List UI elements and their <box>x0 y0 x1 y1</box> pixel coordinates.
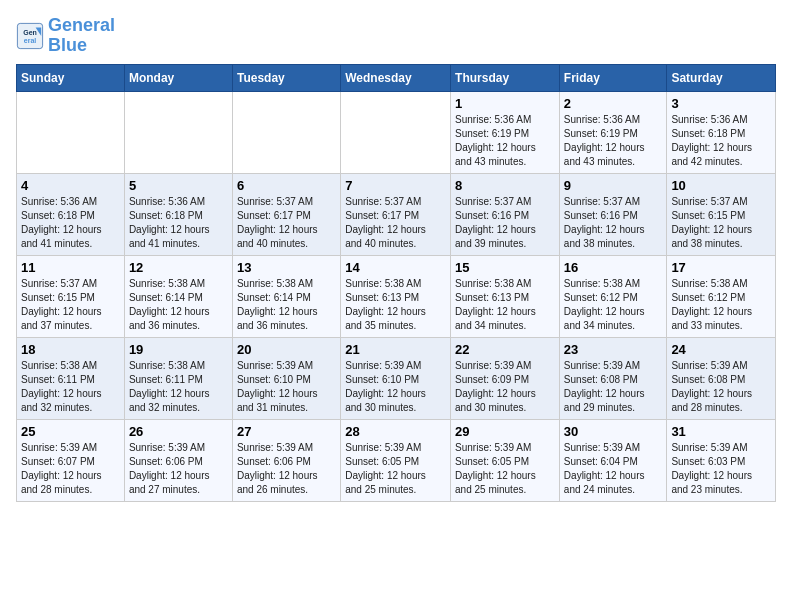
calendar-cell: 31Sunrise: 5:39 AM Sunset: 6:03 PM Dayli… <box>667 419 776 501</box>
svg-rect-0 <box>17 23 42 48</box>
calendar-cell: 24Sunrise: 5:39 AM Sunset: 6:08 PM Dayli… <box>667 337 776 419</box>
calendar-cell: 28Sunrise: 5:39 AM Sunset: 6:05 PM Dayli… <box>341 419 451 501</box>
day-number: 19 <box>129 342 228 357</box>
calendar-cell: 22Sunrise: 5:39 AM Sunset: 6:09 PM Dayli… <box>451 337 560 419</box>
logo: Gen eral General Blue <box>16 16 115 56</box>
calendar-cell: 4Sunrise: 5:36 AM Sunset: 6:18 PM Daylig… <box>17 173 125 255</box>
day-info: Sunrise: 5:37 AM Sunset: 6:16 PM Dayligh… <box>455 195 555 251</box>
calendar-cell: 23Sunrise: 5:39 AM Sunset: 6:08 PM Dayli… <box>559 337 667 419</box>
calendar-cell: 2Sunrise: 5:36 AM Sunset: 6:19 PM Daylig… <box>559 91 667 173</box>
day-info: Sunrise: 5:39 AM Sunset: 6:09 PM Dayligh… <box>455 359 555 415</box>
day-number: 14 <box>345 260 446 275</box>
week-row-5: 25Sunrise: 5:39 AM Sunset: 6:07 PM Dayli… <box>17 419 776 501</box>
calendar-cell: 1Sunrise: 5:36 AM Sunset: 6:19 PM Daylig… <box>451 91 560 173</box>
day-info: Sunrise: 5:38 AM Sunset: 6:14 PM Dayligh… <box>129 277 228 333</box>
calendar-cell: 19Sunrise: 5:38 AM Sunset: 6:11 PM Dayli… <box>124 337 232 419</box>
day-info: Sunrise: 5:39 AM Sunset: 6:07 PM Dayligh… <box>21 441 120 497</box>
day-number: 24 <box>671 342 771 357</box>
calendar-cell: 8Sunrise: 5:37 AM Sunset: 6:16 PM Daylig… <box>451 173 560 255</box>
day-number: 31 <box>671 424 771 439</box>
day-info: Sunrise: 5:38 AM Sunset: 6:12 PM Dayligh… <box>671 277 771 333</box>
calendar-cell: 12Sunrise: 5:38 AM Sunset: 6:14 PM Dayli… <box>124 255 232 337</box>
calendar-cell <box>124 91 232 173</box>
day-info: Sunrise: 5:39 AM Sunset: 6:10 PM Dayligh… <box>345 359 446 415</box>
calendar-cell: 14Sunrise: 5:38 AM Sunset: 6:13 PM Dayli… <box>341 255 451 337</box>
day-number: 17 <box>671 260 771 275</box>
day-info: Sunrise: 5:36 AM Sunset: 6:19 PM Dayligh… <box>564 113 663 169</box>
calendar-cell: 25Sunrise: 5:39 AM Sunset: 6:07 PM Dayli… <box>17 419 125 501</box>
calendar-cell: 15Sunrise: 5:38 AM Sunset: 6:13 PM Dayli… <box>451 255 560 337</box>
day-number: 28 <box>345 424 446 439</box>
column-header-wednesday: Wednesday <box>341 64 451 91</box>
day-number: 13 <box>237 260 336 275</box>
calendar-cell: 3Sunrise: 5:36 AM Sunset: 6:18 PM Daylig… <box>667 91 776 173</box>
day-info: Sunrise: 5:38 AM Sunset: 6:14 PM Dayligh… <box>237 277 336 333</box>
day-number: 25 <box>21 424 120 439</box>
day-info: Sunrise: 5:38 AM Sunset: 6:12 PM Dayligh… <box>564 277 663 333</box>
day-number: 18 <box>21 342 120 357</box>
day-info: Sunrise: 5:37 AM Sunset: 6:17 PM Dayligh… <box>237 195 336 251</box>
calendar-cell <box>17 91 125 173</box>
calendar-cell: 7Sunrise: 5:37 AM Sunset: 6:17 PM Daylig… <box>341 173 451 255</box>
day-number: 8 <box>455 178 555 193</box>
day-number: 27 <box>237 424 336 439</box>
day-number: 30 <box>564 424 663 439</box>
week-row-2: 4Sunrise: 5:36 AM Sunset: 6:18 PM Daylig… <box>17 173 776 255</box>
column-header-monday: Monday <box>124 64 232 91</box>
week-row-1: 1Sunrise: 5:36 AM Sunset: 6:19 PM Daylig… <box>17 91 776 173</box>
day-info: Sunrise: 5:39 AM Sunset: 6:06 PM Dayligh… <box>237 441 336 497</box>
day-info: Sunrise: 5:39 AM Sunset: 6:08 PM Dayligh… <box>564 359 663 415</box>
day-info: Sunrise: 5:38 AM Sunset: 6:13 PM Dayligh… <box>455 277 555 333</box>
column-header-saturday: Saturday <box>667 64 776 91</box>
column-header-sunday: Sunday <box>17 64 125 91</box>
day-info: Sunrise: 5:37 AM Sunset: 6:15 PM Dayligh… <box>21 277 120 333</box>
day-number: 3 <box>671 96 771 111</box>
day-info: Sunrise: 5:39 AM Sunset: 6:06 PM Dayligh… <box>129 441 228 497</box>
day-number: 12 <box>129 260 228 275</box>
day-number: 7 <box>345 178 446 193</box>
logo-text: General Blue <box>48 16 115 56</box>
week-row-3: 11Sunrise: 5:37 AM Sunset: 6:15 PM Dayli… <box>17 255 776 337</box>
calendar-cell: 9Sunrise: 5:37 AM Sunset: 6:16 PM Daylig… <box>559 173 667 255</box>
day-number: 6 <box>237 178 336 193</box>
calendar-cell <box>341 91 451 173</box>
day-number: 5 <box>129 178 228 193</box>
day-number: 1 <box>455 96 555 111</box>
day-info: Sunrise: 5:37 AM Sunset: 6:17 PM Dayligh… <box>345 195 446 251</box>
calendar-table: SundayMondayTuesdayWednesdayThursdayFrid… <box>16 64 776 502</box>
logo-icon: Gen eral <box>16 22 44 50</box>
calendar-cell: 29Sunrise: 5:39 AM Sunset: 6:05 PM Dayli… <box>451 419 560 501</box>
calendar-cell <box>232 91 340 173</box>
day-info: Sunrise: 5:36 AM Sunset: 6:18 PM Dayligh… <box>21 195 120 251</box>
day-info: Sunrise: 5:36 AM Sunset: 6:18 PM Dayligh… <box>129 195 228 251</box>
day-number: 11 <box>21 260 120 275</box>
day-number: 2 <box>564 96 663 111</box>
day-number: 10 <box>671 178 771 193</box>
calendar-cell: 6Sunrise: 5:37 AM Sunset: 6:17 PM Daylig… <box>232 173 340 255</box>
day-number: 9 <box>564 178 663 193</box>
header: Gen eral General Blue <box>16 16 776 56</box>
day-info: Sunrise: 5:38 AM Sunset: 6:11 PM Dayligh… <box>21 359 120 415</box>
calendar-cell: 27Sunrise: 5:39 AM Sunset: 6:06 PM Dayli… <box>232 419 340 501</box>
column-header-thursday: Thursday <box>451 64 560 91</box>
svg-text:Gen: Gen <box>23 28 37 35</box>
day-info: Sunrise: 5:39 AM Sunset: 6:10 PM Dayligh… <box>237 359 336 415</box>
calendar-cell: 18Sunrise: 5:38 AM Sunset: 6:11 PM Dayli… <box>17 337 125 419</box>
column-header-friday: Friday <box>559 64 667 91</box>
day-info: Sunrise: 5:39 AM Sunset: 6:05 PM Dayligh… <box>345 441 446 497</box>
calendar-cell: 11Sunrise: 5:37 AM Sunset: 6:15 PM Dayli… <box>17 255 125 337</box>
calendar-cell: 30Sunrise: 5:39 AM Sunset: 6:04 PM Dayli… <box>559 419 667 501</box>
calendar-cell: 20Sunrise: 5:39 AM Sunset: 6:10 PM Dayli… <box>232 337 340 419</box>
day-info: Sunrise: 5:39 AM Sunset: 6:05 PM Dayligh… <box>455 441 555 497</box>
column-header-tuesday: Tuesday <box>232 64 340 91</box>
day-info: Sunrise: 5:36 AM Sunset: 6:18 PM Dayligh… <box>671 113 771 169</box>
calendar-cell: 17Sunrise: 5:38 AM Sunset: 6:12 PM Dayli… <box>667 255 776 337</box>
calendar-cell: 5Sunrise: 5:36 AM Sunset: 6:18 PM Daylig… <box>124 173 232 255</box>
day-info: Sunrise: 5:37 AM Sunset: 6:15 PM Dayligh… <box>671 195 771 251</box>
day-info: Sunrise: 5:39 AM Sunset: 6:08 PM Dayligh… <box>671 359 771 415</box>
week-row-4: 18Sunrise: 5:38 AM Sunset: 6:11 PM Dayli… <box>17 337 776 419</box>
day-info: Sunrise: 5:38 AM Sunset: 6:13 PM Dayligh… <box>345 277 446 333</box>
day-number: 16 <box>564 260 663 275</box>
day-number: 29 <box>455 424 555 439</box>
day-number: 15 <box>455 260 555 275</box>
